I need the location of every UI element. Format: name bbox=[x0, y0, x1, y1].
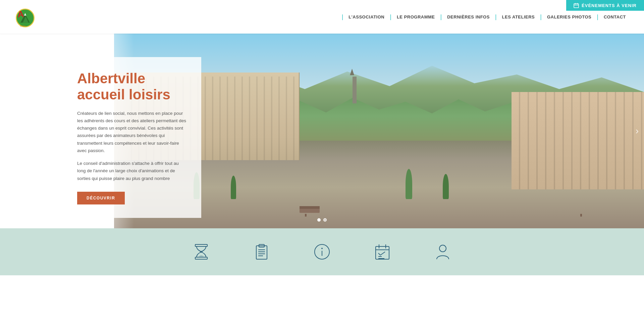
nav-sep-4: | bbox=[540, 13, 542, 20]
svg-rect-11 bbox=[195, 244, 207, 246]
events-label: ÉVÉNEMENTS À VENIR bbox=[582, 3, 637, 8]
icon-calendar-check[interactable] bbox=[372, 242, 392, 262]
icon-info[interactable] bbox=[312, 242, 332, 262]
nav-sep-5: | bbox=[597, 13, 598, 20]
svg-rect-12 bbox=[195, 257, 207, 259]
carousel-next-arrow[interactable]: › bbox=[636, 126, 639, 136]
calendar-check-icon bbox=[372, 242, 392, 262]
svg-text:loisirs: loisirs bbox=[20, 25, 25, 27]
nav-item-ateliers[interactable]: LES ATELIERS bbox=[497, 12, 540, 22]
svg-text:A: A bbox=[17, 9, 24, 19]
discover-button[interactable]: DÉCOUVRIR bbox=[77, 192, 125, 204]
svg-point-13 bbox=[200, 251, 202, 252]
carousel-dot-2[interactable] bbox=[323, 218, 327, 222]
svg-rect-23 bbox=[376, 246, 389, 259]
icon-clipboard[interactable] bbox=[252, 242, 272, 262]
hero-description-1: Créateurs de lien social, nous mettons e… bbox=[77, 110, 188, 155]
hero-section: Albertville accueil loisirs Créateurs de… bbox=[0, 34, 644, 228]
site-logo: A loisirs bbox=[13, 5, 37, 29]
nav-sep-3: | bbox=[495, 13, 497, 20]
person-icon bbox=[433, 242, 453, 262]
calendar-icon bbox=[574, 3, 579, 8]
logo-area[interactable]: A loisirs bbox=[13, 5, 37, 29]
clipboard-icon bbox=[252, 242, 272, 262]
carousel-dots bbox=[317, 218, 327, 222]
info-icon bbox=[312, 242, 332, 262]
events-button[interactable]: ÉVÉNEMENTS À VENIR bbox=[566, 0, 644, 11]
nav-item-galeries[interactable]: GALERIES PHOTOS bbox=[542, 12, 596, 22]
nav-item-association[interactable]: L'ASSOCIATION bbox=[344, 12, 389, 22]
nav-item-programme[interactable]: LE PROGRAMME bbox=[392, 12, 440, 22]
nav-item-contact[interactable]: CONTACT bbox=[599, 12, 631, 22]
svg-point-31 bbox=[439, 245, 446, 252]
hourglass-icon bbox=[191, 242, 211, 262]
svg-line-28 bbox=[380, 252, 385, 255]
nav-item-infos[interactable]: DERNIÈRES INFOS bbox=[442, 12, 494, 22]
carousel-dot-1[interactable] bbox=[317, 218, 321, 222]
site-header: ÉVÉNEMENTS À VENIR A loisirs | L'ASSOCIA… bbox=[0, 0, 644, 34]
icon-hourglass[interactable] bbox=[191, 242, 211, 262]
svg-rect-14 bbox=[256, 246, 267, 259]
icon-person[interactable] bbox=[433, 242, 453, 262]
svg-point-22 bbox=[321, 248, 323, 249]
nav-sep-0: | bbox=[342, 13, 343, 20]
hero-card: Albertville accueil loisirs Créateurs de… bbox=[64, 57, 201, 218]
hero-description-2: Le conseil d'administration s'attache à … bbox=[77, 160, 188, 182]
bottom-icons-section bbox=[0, 228, 644, 275]
svg-line-27 bbox=[378, 253, 380, 255]
svg-rect-0 bbox=[574, 4, 579, 8]
nav-sep-1: | bbox=[390, 13, 391, 20]
nav-sep-2: | bbox=[440, 13, 442, 20]
hero-title: Albertville accueil loisirs bbox=[77, 71, 188, 103]
main-nav: | L'ASSOCIATION | LE PROGRAMME | DERNIÈR… bbox=[341, 12, 631, 22]
